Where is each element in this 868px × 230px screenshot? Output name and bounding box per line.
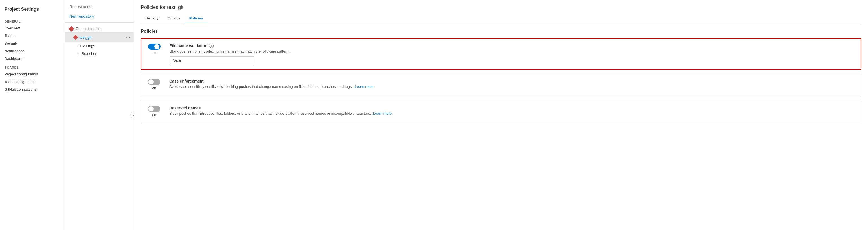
sidebar-middle: ‹ Repositories New repository Git reposi… [65, 0, 134, 230]
policy-card-reserved-names: off Reserved names Block pushes that int… [141, 101, 861, 123]
policy-row-reserved: off Reserved names Block pushes that int… [146, 106, 857, 118]
case-toggle-area: off [146, 79, 162, 90]
general-section-label: General [0, 17, 65, 24]
page-title: Policies for test_git [141, 4, 861, 10]
repo-ellipsis-button[interactable]: ··· [125, 34, 131, 40]
case-learn-more-link[interactable]: Learn more [355, 85, 373, 89]
divider [65, 22, 134, 23]
project-settings-title: Project Settings [0, 4, 65, 17]
sidebar-left: Project Settings General Overview Teams … [0, 0, 65, 230]
repo-item-test-git[interactable]: test_git ··· [65, 32, 134, 42]
policy-content-file-name: File name validation i Block pushes from… [169, 44, 856, 64]
sidebar-item-security[interactable]: Security [0, 39, 65, 47]
policy-description-file-name: Block pushes from introducing file names… [169, 49, 856, 53]
branch-icon: ⑂ [77, 52, 79, 56]
new-repository-link[interactable]: New repository [65, 12, 134, 20]
tag-icon: 🏷 [77, 44, 81, 48]
policy-content-case: Case enforcement Avoid case-sensitivity … [169, 79, 857, 91]
case-enforcement-toggle[interactable] [148, 79, 160, 85]
toggle-status-off-case: off [152, 86, 156, 90]
repo-diamond-icon [73, 35, 78, 40]
policy-description-reserved: Block pushes that introduce files, folde… [169, 111, 857, 116]
git-repositories-section: Git repositories [65, 25, 134, 32]
sidebar-item-overview[interactable]: Overview [0, 24, 65, 32]
all-tags-item[interactable]: 🏷 All tags [65, 42, 134, 50]
sidebar-item-team-configuration[interactable]: Team configuration [0, 78, 65, 86]
tabs: Security Options Policies [141, 14, 861, 23]
reserved-toggle-area: off [146, 106, 162, 117]
policies-section-title: Policies [141, 29, 861, 34]
toggle-status-off-reserved: off [152, 113, 156, 117]
policy-description-case: Avoid case-sensitivity conflicts by bloc… [169, 85, 857, 89]
info-icon: i [209, 44, 214, 48]
policy-card-file-name-validation: on File name validation i Block pushes f… [141, 38, 861, 69]
collapse-toggle[interactable]: ‹ [130, 112, 134, 118]
policy-toggle-area: on [146, 44, 163, 55]
sidebar-item-github-connections[interactable]: GitHub connections [0, 86, 65, 93]
toggle-status-on: on [152, 51, 156, 55]
repositories-header: Repositories [65, 4, 134, 12]
sidebar-item-notifications[interactable]: Notifications [0, 47, 65, 55]
branches-item[interactable]: ⑂ Branches [65, 50, 134, 57]
tab-security[interactable]: Security [141, 14, 163, 23]
git-diamond-icon [69, 26, 74, 32]
policy-row: on File name validation i Block pushes f… [146, 44, 856, 64]
main-content: Policies for test_git Security Options P… [134, 0, 868, 230]
policy-content-reserved: Reserved names Block pushes that introdu… [169, 106, 857, 118]
tab-policies[interactable]: Policies [185, 14, 208, 23]
reserved-names-toggle[interactable] [148, 106, 160, 112]
sidebar-item-project-configuration[interactable]: Project configuration [0, 70, 65, 78]
policy-row-case: off Case enforcement Avoid case-sensitiv… [146, 79, 857, 91]
sidebar-item-dashboards[interactable]: Dashboards [0, 55, 65, 62]
policy-title-case: Case enforcement [169, 79, 857, 83]
file-name-pattern-input[interactable] [169, 56, 254, 64]
file-name-validation-toggle[interactable] [148, 44, 161, 50]
policy-title-reserved: Reserved names [169, 106, 857, 110]
tab-options[interactable]: Options [163, 14, 185, 23]
boards-section-label: Boards [0, 62, 65, 70]
policy-title-file-name: File name validation i [169, 44, 856, 48]
sidebar-item-teams[interactable]: Teams [0, 32, 65, 39]
reserved-learn-more-link[interactable]: Learn more [373, 111, 392, 116]
policy-card-case-enforcement: off Case enforcement Avoid case-sensitiv… [141, 74, 861, 96]
